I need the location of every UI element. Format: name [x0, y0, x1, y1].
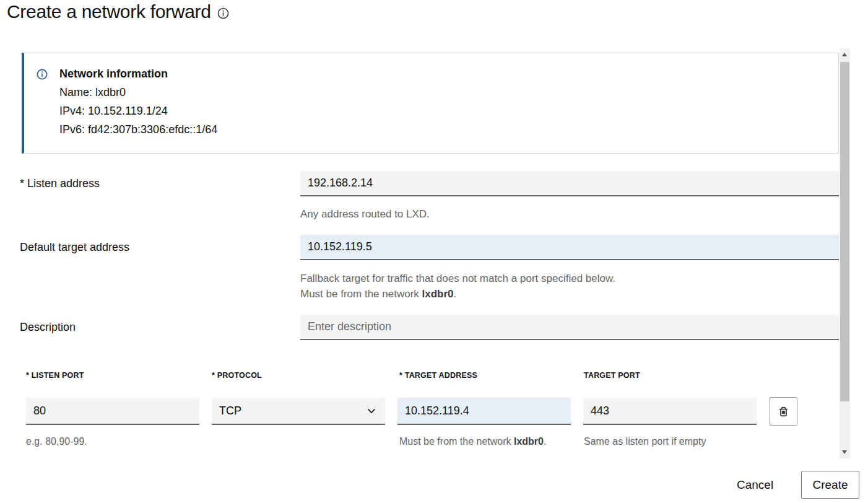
help-text: Must be from the network: [399, 436, 514, 447]
column-header-target-port: TARGET PORT: [584, 371, 640, 380]
delete-port-row-button[interactable]: [770, 397, 797, 426]
default-target-address-help-1: Fallback target for traffic that does no…: [300, 273, 615, 285]
network-information-content: Network information Name: lxdbr0 IPv4: 1…: [59, 64, 217, 139]
create-network-forward-page: Create a network forward Network informa…: [0, 0, 868, 503]
chevron-down-icon: [367, 406, 376, 416]
listen-port-input[interactable]: [26, 398, 199, 425]
create-button[interactable]: Create: [801, 471, 859, 499]
default-target-address-input[interactable]: [300, 235, 839, 260]
protocol-select-value: TCP: [219, 405, 241, 418]
default-target-address-help-2: Must be from the network lxdbr0.: [300, 288, 456, 300]
notification-title: Network information: [59, 64, 217, 83]
help-text: .: [454, 288, 457, 300]
network-name: Name: lxdbr0: [59, 83, 217, 102]
help-text: .: [544, 436, 546, 447]
listen-port-help: e.g. 80,90-99.: [26, 436, 87, 447]
network-information-banner: Network information Name: lxdbr0 IPv4: 1…: [22, 53, 839, 154]
target-address-input[interactable]: [397, 398, 571, 425]
scrollbar-down-arrow[interactable]: [842, 450, 847, 454]
trash-icon: [778, 406, 789, 418]
target-address-help: Must be from the network lxdbr0.: [399, 436, 546, 447]
scrollbar-thumb[interactable]: [840, 62, 849, 401]
network-name-emphasis: lxdbr0: [514, 436, 544, 447]
column-header-target-address: * TARGET ADDRESS: [399, 371, 477, 380]
listen-address-input[interactable]: [300, 171, 839, 196]
target-port-input[interactable]: [583, 398, 757, 425]
listen-address-help: Any address routed to LXD.: [300, 208, 430, 221]
column-header-protocol: * PROTOCOL: [212, 371, 262, 380]
scrollbar[interactable]: [840, 48, 850, 458]
network-ipv6: IPv6: fd42:307b:3306:efdc::1/64: [59, 120, 217, 139]
default-target-address-label: Default target address: [20, 241, 129, 254]
listen-address-label: * Listen address: [20, 177, 100, 190]
cancel-button[interactable]: Cancel: [723, 472, 787, 498]
column-header-listen-port: * LISTEN PORT: [26, 371, 84, 380]
info-icon[interactable]: [217, 7, 229, 19]
description-input[interactable]: [300, 315, 839, 340]
page-title: Create a network forward: [7, 1, 229, 22]
network-ipv4: IPv4: 10.152.119.1/24: [59, 102, 217, 120]
scrollbar-up-arrow[interactable]: [842, 53, 847, 56]
target-port-help: Same as listen port if empty: [584, 436, 706, 447]
description-label: Description: [20, 321, 76, 334]
network-name-emphasis: lxdbr0: [422, 288, 454, 300]
page-title-text: Create a network forward: [7, 1, 211, 22]
info-icon: [37, 69, 48, 80]
protocol-select[interactable]: TCP: [212, 398, 385, 425]
help-text: Must be from the network: [300, 288, 422, 300]
